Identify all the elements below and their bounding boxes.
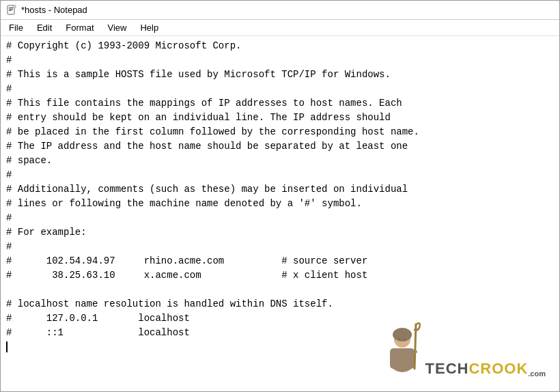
- title-bar-text: *hosts - Notepad: [21, 5, 554, 15]
- svg-point-6: [390, 352, 415, 372]
- watermark-com: .com: [528, 369, 546, 378]
- title-bar: *hosts - Notepad: [1, 1, 559, 20]
- notepad-icon: [6, 5, 17, 16]
- menu-help[interactable]: Help: [135, 21, 164, 34]
- svg-rect-2: [9, 9, 13, 10]
- notepad-window: *hosts - Notepad File Edit Format View H…: [0, 0, 560, 392]
- menu-edit[interactable]: Edit: [31, 21, 57, 34]
- editor-content[interactable]: # Copyright (c) 1993-2009 Microsoft Corp…: [6, 39, 557, 354]
- svg-rect-4: [13, 5, 16, 8]
- svg-rect-3: [9, 10, 12, 11]
- menu-format[interactable]: Format: [60, 21, 99, 34]
- watermark-crook: CROOK: [468, 360, 528, 378]
- menu-bar: File Edit Format View Help: [1, 20, 559, 36]
- menu-view[interactable]: View: [102, 21, 132, 34]
- watermark-brand: TECH CROOK .com: [425, 360, 546, 378]
- svg-rect-1: [9, 8, 13, 8]
- text-cursor: [6, 341, 8, 352]
- editor-area[interactable]: # Copyright (c) 1993-2009 Microsoft Corp…: [1, 36, 559, 391]
- watermark-tech: TECH: [425, 360, 469, 378]
- menu-file[interactable]: File: [3, 21, 29, 34]
